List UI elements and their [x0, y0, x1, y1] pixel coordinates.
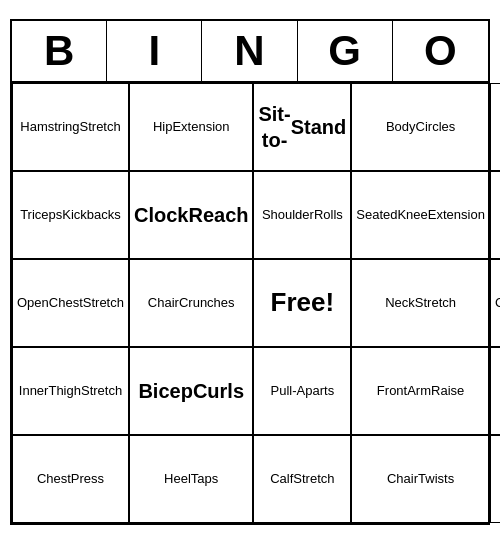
bingo-cell: HipExtension: [129, 83, 254, 171]
bingo-cell: NeckStretch: [351, 259, 490, 347]
bingo-cell: CalfRaise: [490, 83, 500, 171]
bingo-cell: Pull-Aparts: [253, 347, 351, 435]
header-letter: I: [107, 21, 202, 81]
bingo-cell: Free!: [253, 259, 351, 347]
header-letter: B: [12, 21, 107, 81]
bingo-cell: FrontArmRaise: [351, 347, 490, 435]
bingo-cell: SeatedKneeExtension: [351, 171, 490, 259]
bingo-cell: Cross-BodyPunches: [490, 259, 500, 347]
bingo-cell: ChairTwists: [351, 435, 490, 523]
bingo-cell: CalfStretch: [253, 435, 351, 523]
header-letter: O: [393, 21, 488, 81]
bingo-cell: ClockReach: [129, 171, 254, 259]
bingo-cell: ToeTaps: [490, 347, 500, 435]
bingo-cell: HamstringStretch: [12, 83, 129, 171]
bingo-cell: BodyCircles: [351, 83, 490, 171]
bingo-cell: OpenChestStretch: [12, 259, 129, 347]
bingo-cell: Sit-to-Stand: [253, 83, 351, 171]
bingo-cell: ChestPress: [12, 435, 129, 523]
bingo-header: BINGO: [12, 21, 488, 83]
bingo-cell: ChairCrunches: [129, 259, 254, 347]
bingo-cell: SideLegRaise: [490, 435, 500, 523]
header-letter: N: [202, 21, 297, 81]
bingo-cell: HeelTaps: [129, 435, 254, 523]
bingo-cell: ShoulderRolls: [253, 171, 351, 259]
bingo-cell: InnerThighStretch: [12, 347, 129, 435]
bingo-card: BINGO HamstringStretchHipExtensionSit-to…: [10, 19, 490, 525]
bingo-cell: WristCircles: [490, 171, 500, 259]
header-letter: G: [298, 21, 393, 81]
bingo-cell: TricepsKickbacks: [12, 171, 129, 259]
bingo-cell: BicepCurls: [129, 347, 254, 435]
bingo-grid: HamstringStretchHipExtensionSit-to-Stand…: [12, 83, 488, 523]
